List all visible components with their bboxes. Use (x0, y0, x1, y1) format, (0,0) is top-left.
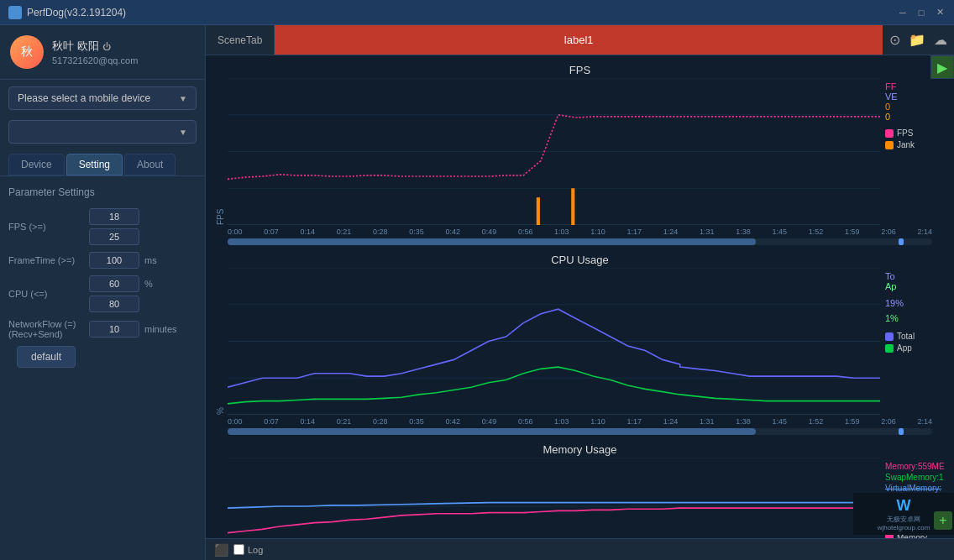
jank-legend-label: Jank (897, 140, 915, 149)
app-icon (8, 6, 22, 19)
cpu-scroll-thumb[interactable] (228, 428, 756, 435)
fps-svg: 75 50 25 0 (228, 78, 880, 225)
cpu-total-label: To (885, 271, 942, 281)
close-button[interactable]: ✕ (934, 7, 946, 18)
avatar: 秋 (10, 35, 44, 69)
frametime-label: FrameTime (>=) (8, 255, 84, 265)
fps-legend-jank: Jank (885, 140, 942, 149)
tab-about[interactable]: About (124, 154, 176, 175)
params-section: Parameter Settings FPS (>=) FrameTime (>… (0, 175, 205, 560)
cpu-x-axis: 0:000:070:140:210:280:350:420:490:561:03… (206, 415, 954, 428)
charts-area[interactable]: FPS FPS 75 50 (206, 55, 954, 538)
device-select[interactable]: Please select a mobile device ▼ (8, 86, 197, 110)
main-layout: 秋 秋叶 欧阳 ⏻ 517321620@qq.com Please select… (0, 25, 954, 560)
title-bar: PerfDog(v3.2.191204) ─ □ ✕ (0, 0, 954, 25)
cpu-label: CPU (<=) (8, 289, 84, 299)
app-title: PerfDog(v3.2.191204) (27, 7, 897, 18)
cpu-inputs: % (89, 275, 153, 312)
log-check[interactable] (233, 544, 244, 555)
fps-color-dot (885, 129, 894, 138)
cpu-total-pct: 19% (885, 298, 904, 308)
jank-value-top: 0 (885, 102, 942, 112)
fps-scroll-thumb[interactable] (228, 238, 756, 245)
expand-icon[interactable]: ⬛ (214, 543, 228, 557)
app-color-dot (885, 344, 894, 353)
memory-y-label: MB (212, 458, 228, 538)
watermark-logo: W (897, 497, 911, 515)
cpu-chart-area: 75 50 25 0 (228, 268, 880, 415)
cpu-legend-total: Total (885, 332, 942, 341)
cpu-legend: To Ap 19% 1% Total (880, 268, 947, 415)
jank-color-dot (885, 141, 894, 149)
frametime-input-group: ms (89, 252, 157, 269)
cpu-input-1[interactable] (89, 275, 139, 292)
memory-chart: Memory Usage MB (206, 438, 954, 538)
fps-inputs (89, 208, 139, 245)
fps-chart-area: 75 50 25 0 (228, 78, 880, 225)
tab-row: Device Setting About (8, 154, 197, 175)
fps-legend-label: FPS (897, 128, 913, 138)
target-icon[interactable]: ⊙ (889, 32, 900, 48)
fps-input-2[interactable] (89, 228, 139, 245)
cpu-app-val: 1% (885, 310, 942, 325)
network-param-row: NetworkFlow (=) (Recv+Send) minutes (8, 319, 197, 339)
window-controls: ─ □ ✕ (897, 7, 946, 18)
fps-legend-items: FPS Jank (885, 128, 942, 149)
cpu-input-2[interactable] (89, 296, 139, 312)
fps-label: FPS (>=) (8, 222, 84, 232)
fps-x-axis: 0:000:070:140:210:280:350:420:490:561:03… (206, 225, 954, 238)
maximize-button[interactable]: □ (915, 7, 927, 18)
app-dropdown-arrow-icon: ▼ (179, 128, 187, 137)
default-button[interactable]: default (17, 346, 76, 368)
dropdown-arrow-icon: ▼ (179, 94, 187, 103)
fps-chart: FPS FPS 75 50 (206, 59, 954, 245)
minimize-button[interactable]: ─ (897, 7, 909, 18)
cpu-unit: % (144, 279, 153, 289)
cpu-app-pct: 1% (885, 313, 899, 323)
log-label: Log (248, 545, 263, 555)
fps-legend: FF VE 0 0 FPS Jank (880, 78, 947, 225)
cpu-scroll-marker (899, 428, 904, 435)
fps-input-1[interactable] (89, 208, 139, 225)
scene-tab[interactable]: SceneTab (206, 25, 275, 55)
cpu-legend-app: App (885, 343, 942, 353)
fps-scroll-marker (899, 238, 904, 245)
total-legend-label: Total (897, 332, 915, 341)
cpu-input-group-1: % (89, 275, 153, 292)
cpu-total-val: 19% (885, 295, 942, 310)
log-checkbox[interactable]: Log (233, 544, 263, 555)
tab-setting[interactable]: Setting (66, 154, 123, 175)
fps-param-row: FPS (>=) (8, 208, 197, 245)
cpu-y-label: % (212, 268, 228, 415)
left-panel: 秋 秋叶 欧阳 ⏻ 517321620@qq.com Please select… (0, 25, 206, 560)
play-button[interactable]: ▶ (930, 55, 954, 79)
watermark-text: 无极安卓网 (887, 515, 920, 524)
fps-chart-body: FPS 75 50 25 0 (206, 78, 954, 225)
frametime-param-row: FrameTime (>=) ms (8, 252, 197, 269)
cpu-legend-items: Total App (885, 332, 942, 353)
fps-legend-fps: FPS (885, 128, 942, 138)
cloud-icon[interactable]: ☁ (934, 32, 947, 48)
top-icons: ⊙ 📁 ☁ (883, 25, 954, 55)
cpu-legend-values: To Ap 19% 1% (885, 271, 942, 325)
fps-legend-values: FF VE 0 0 (885, 81, 942, 122)
top-bar: SceneTab label1 ⊙ 📁 ☁ (206, 25, 954, 55)
app-select[interactable]: ▼ (8, 120, 197, 144)
memory-value-label: Memory:559ME (885, 461, 942, 472)
fps-y-label: FPS (212, 78, 228, 225)
avatar-text: 秋 (21, 44, 33, 60)
network-input[interactable] (89, 321, 139, 338)
memory-chart-body: MB 750 (206, 458, 954, 538)
network-input-group: minutes (89, 321, 177, 338)
fps-value: FF (885, 81, 942, 92)
tab-device[interactable]: Device (8, 154, 65, 175)
cpu-chart-title: CPU Usage (206, 249, 954, 268)
folder-icon[interactable]: 📁 (909, 32, 925, 48)
cpu-scroll-track[interactable] (228, 428, 932, 435)
network-label: NetworkFlow (=) (Recv+Send) (8, 319, 84, 339)
add-chart-button[interactable]: + (934, 511, 952, 530)
swap-value-label: SwapMemory:1 (885, 472, 942, 483)
user-info: 秋叶 欧阳 ⏻ 517321620@qq.com (52, 39, 195, 65)
frametime-input[interactable] (89, 252, 139, 269)
fps-scroll-track[interactable] (228, 238, 932, 245)
